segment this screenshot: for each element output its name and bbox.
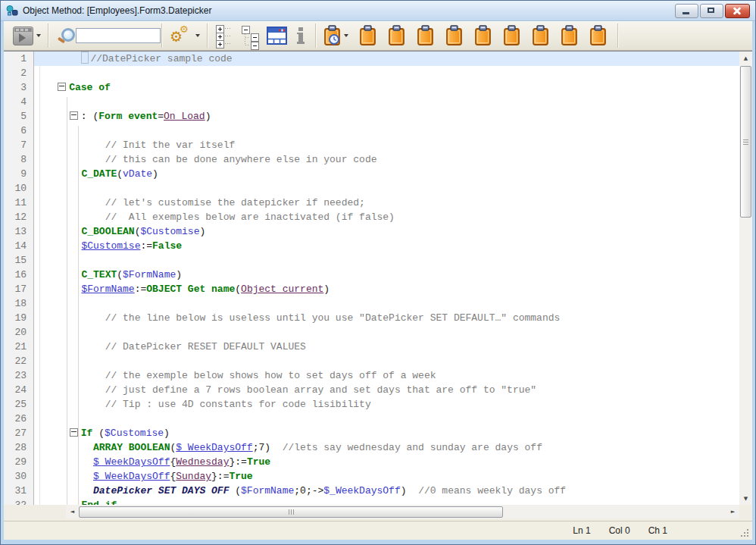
clipboard-macro-button[interactable] (558, 23, 581, 49)
code-token: $FormName (123, 269, 176, 280)
code-line[interactable]: 2 (4, 66, 739, 80)
code-line[interactable]: 5 : (Form event=On Load) (4, 109, 739, 124)
code-line[interactable]: 32 End if (4, 498, 739, 505)
code-token: $_WeekDaysOff (323, 485, 400, 496)
code-token: $_WeekDaysOff (93, 471, 170, 482)
code-line[interactable]: 19 // the line below is useless until yo… (4, 311, 739, 325)
search-input[interactable] (76, 28, 161, 43)
code-line[interactable]: 21 // DatePicker RESET DEFAULT VALUES (4, 340, 739, 354)
code-line[interactable]: 1 //DatePicker sample code (4, 52, 739, 66)
code-token: Wednesday (176, 456, 229, 468)
clipboard-macro-button[interactable] (414, 23, 437, 49)
scroll-left-icon[interactable]: ◄ (66, 506, 79, 518)
code-line[interactable]: 18 (4, 296, 739, 311)
clipboard-icon (359, 25, 376, 46)
horizontal-scrollbar[interactable]: ◄ ► (66, 505, 739, 518)
code-token: // this can be done anywhere else in you… (105, 154, 377, 165)
code-token: vDate (123, 168, 152, 180)
code-token: $Customise (140, 226, 199, 237)
title-bar[interactable]: Object Method: [Employees].Form3.Datepic… (1, 1, 755, 21)
code-line[interactable]: 13 C_BOOLEAN($Customise) (4, 224, 739, 239)
chevron-down-icon (195, 34, 200, 37)
code-line[interactable]: 30 $_WeekDaysOff{Sunday}:=True (4, 469, 739, 484)
status-column: Col 0 (609, 525, 630, 536)
run-method-button[interactable] (10, 23, 44, 49)
scroll-right-icon[interactable]: ► (726, 506, 739, 518)
search-button[interactable] (53, 23, 158, 49)
code-line[interactable]: 20 (4, 325, 739, 340)
code-line[interactable]: 24 // just define a 7 rows boolean array… (4, 383, 739, 397)
clipboard-macro-button[interactable] (442, 23, 466, 49)
code-line[interactable]: 10 (4, 181, 739, 196)
clipboard-macro-button[interactable] (529, 23, 552, 49)
code-token: True (247, 456, 270, 468)
code-line[interactable]: 4 (4, 95, 739, 109)
code-line[interactable]: 16 C_TEXT($FormName) (4, 268, 739, 282)
vertical-scrollbar[interactable]: ▲ ▼ (739, 52, 752, 505)
fold-toggle-icon[interactable] (58, 83, 66, 91)
collapse-all-button[interactable] (238, 23, 264, 49)
line-number: 21 (4, 340, 34, 354)
code-line[interactable]: 7 // Init the var itself (4, 138, 739, 152)
code-pane[interactable]: 1 //DatePicker sample code23 Case of45 :… (4, 52, 739, 505)
chevron-down-icon (344, 34, 348, 37)
clipboard-macro-button[interactable] (471, 23, 495, 49)
code-token: ( (92, 428, 105, 439)
method-properties-button[interactable]: ⚙ ⚙ (167, 23, 203, 49)
resize-grip[interactable] (740, 528, 749, 537)
code-line[interactable]: 3 Case of (4, 80, 739, 95)
maximize-button[interactable] (700, 4, 723, 18)
expand-all-button[interactable] (212, 23, 238, 49)
code-line[interactable]: 9 C_DATE(vDate) (4, 167, 739, 181)
code-line[interactable]: 22 (4, 354, 739, 368)
code-line[interactable]: 12 // All exemples below are inactivated… (4, 210, 739, 224)
code-text: // just define a 7 rows boolean array an… (34, 383, 739, 397)
code-line[interactable]: 8 // this can be done anywhere else in y… (4, 152, 739, 167)
chevron-down-icon (36, 34, 41, 37)
line-number: 11 (4, 196, 34, 210)
code-line[interactable]: 26 (4, 412, 739, 426)
code-token: // let's customise the datepicker if nee… (105, 197, 365, 208)
toolbar-separator (617, 23, 619, 48)
caret-marker (81, 52, 89, 64)
vertical-scroll-thumb[interactable] (740, 66, 751, 218)
code-token: End if (81, 500, 117, 505)
line-number: 9 (4, 167, 34, 181)
minimize-button[interactable] (675, 4, 698, 18)
code-line[interactable]: 17 $FormName:=OBJECT Get name(Object cur… (4, 282, 739, 296)
play-icon (19, 33, 26, 42)
scroll-down-icon[interactable]: ▼ (739, 492, 752, 505)
code-token: $Customise (81, 240, 140, 252)
line-number: 10 (4, 181, 34, 196)
clipboard-macro-button[interactable] (586, 23, 610, 49)
code-line[interactable]: 23 // the exemple below shows how to set… (4, 368, 739, 383)
code-line[interactable]: 14 $Customise:=False (4, 239, 739, 253)
horizontal-scroll-thumb[interactable] (79, 506, 503, 518)
code-line[interactable]: 6 (4, 124, 739, 138)
code-line[interactable]: 28 ARRAY BOOLEAN($_WeekDaysOff;7) //lets… (4, 440, 739, 455)
line-number: 27 (4, 426, 34, 440)
code-line[interactable]: 29 $_WeekDaysOff{Wednesday}:=True (4, 455, 739, 469)
toolbar: ⚙ ⚙ (4, 21, 752, 51)
method-info-button[interactable] (290, 23, 311, 49)
code-line[interactable]: 31 DatePicker SET DAYS OFF ($FormName;0;… (4, 484, 739, 498)
show-form-button[interactable] (264, 23, 290, 49)
clipboard-macro-button[interactable] (385, 23, 408, 49)
fold-toggle-icon[interactable] (70, 111, 78, 120)
code-line[interactable]: 11 // let's customise the datepicker if … (4, 196, 739, 210)
scroll-up-icon[interactable]: ▲ (739, 52, 752, 64)
clipboard-macro-button[interactable] (500, 23, 523, 49)
macros-button[interactable] (320, 23, 351, 49)
code-line[interactable]: 27 If ($Customise) (4, 426, 739, 440)
code-token: // DatePicker RESET DEFAULT VALUES (105, 341, 306, 352)
close-button[interactable] (725, 4, 750, 18)
code-text: // DatePicker RESET DEFAULT VALUES (34, 340, 739, 354)
code-token: ARRAY BOOLEAN (93, 442, 170, 453)
code-line[interactable]: 25 // Tip : use 4D constants for code li… (4, 397, 739, 412)
code-line[interactable]: 15 (4, 253, 739, 268)
code-token: ( (229, 485, 241, 496)
fold-toggle-icon[interactable] (70, 428, 78, 437)
clipboard-macro-button[interactable] (356, 23, 380, 49)
code-token: // Tip : use 4D constants for code lisib… (105, 399, 371, 410)
code-token: $FormName (81, 283, 134, 295)
